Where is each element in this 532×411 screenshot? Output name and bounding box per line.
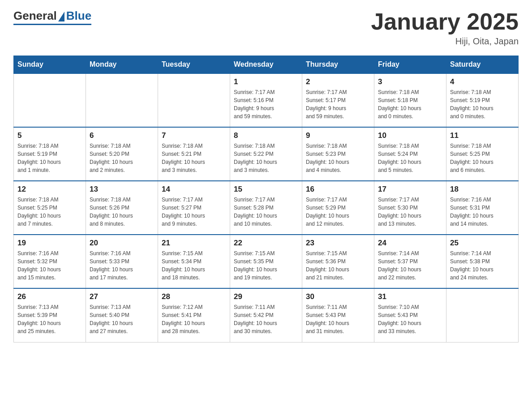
logo: General Blue — [13, 9, 91, 25]
day-number: 25 — [450, 239, 515, 248]
calendar-header-saturday: Saturday — [446, 56, 519, 74]
calendar-cell: 7Sunrise: 7:18 AM Sunset: 5:21 PM Daylig… — [158, 127, 230, 181]
day-number: 29 — [234, 292, 298, 301]
calendar-cell: 8Sunrise: 7:18 AM Sunset: 5:22 PM Daylig… — [230, 127, 302, 181]
day-number: 18 — [450, 185, 515, 194]
day-info: Sunrise: 7:15 AM Sunset: 5:35 PM Dayligh… — [234, 249, 298, 282]
calendar-cell: 13Sunrise: 7:18 AM Sunset: 5:26 PM Dayli… — [86, 181, 158, 235]
calendar-cell: 2Sunrise: 7:17 AM Sunset: 5:17 PM Daylig… — [302, 73, 374, 127]
day-info: Sunrise: 7:18 AM Sunset: 5:24 PM Dayligh… — [378, 142, 442, 174]
day-info: Sunrise: 7:17 AM Sunset: 5:17 PM Dayligh… — [306, 88, 370, 120]
calendar-cell: 28Sunrise: 7:12 AM Sunset: 5:41 PM Dayli… — [158, 288, 230, 342]
day-info: Sunrise: 7:17 AM Sunset: 5:30 PM Dayligh… — [378, 196, 442, 228]
day-number: 21 — [162, 239, 226, 248]
day-number: 28 — [162, 292, 226, 301]
calendar-week-1: 1Sunrise: 7:17 AM Sunset: 5:16 PM Daylig… — [14, 73, 519, 127]
day-info: Sunrise: 7:15 AM Sunset: 5:34 PM Dayligh… — [162, 249, 226, 282]
calendar-cell: 9Sunrise: 7:18 AM Sunset: 5:23 PM Daylig… — [302, 127, 374, 181]
main-title: January 2025 — [371, 9, 519, 34]
day-number: 6 — [90, 131, 154, 140]
day-info: Sunrise: 7:17 AM Sunset: 5:28 PM Dayligh… — [234, 196, 298, 228]
calendar-cell: 26Sunrise: 7:13 AM Sunset: 5:39 PM Dayli… — [14, 288, 86, 342]
day-number: 27 — [90, 292, 154, 301]
calendar-cell: 25Sunrise: 7:14 AM Sunset: 5:38 PM Dayli… — [446, 235, 519, 288]
day-info: Sunrise: 7:17 AM Sunset: 5:16 PM Dayligh… — [234, 88, 298, 120]
day-number: 9 — [306, 131, 370, 140]
calendar-cell: 19Sunrise: 7:16 AM Sunset: 5:32 PM Dayli… — [14, 235, 86, 288]
day-number: 15 — [234, 185, 298, 194]
day-info: Sunrise: 7:18 AM Sunset: 5:21 PM Dayligh… — [162, 142, 226, 174]
day-info: Sunrise: 7:14 AM Sunset: 5:37 PM Dayligh… — [378, 249, 442, 282]
calendar-week-4: 19Sunrise: 7:16 AM Sunset: 5:32 PM Dayli… — [14, 235, 519, 288]
logo-general-text: General — [13, 9, 57, 23]
day-info: Sunrise: 7:16 AM Sunset: 5:31 PM Dayligh… — [450, 196, 515, 228]
calendar-header-sunday: Sunday — [14, 56, 86, 74]
calendar-header-thursday: Thursday — [302, 56, 374, 74]
calendar-header-friday: Friday — [374, 56, 446, 74]
day-info: Sunrise: 7:18 AM Sunset: 5:25 PM Dayligh… — [450, 142, 515, 174]
calendar-cell: 11Sunrise: 7:18 AM Sunset: 5:25 PM Dayli… — [446, 127, 519, 181]
calendar-table: SundayMondayTuesdayWednesdayThursdayFrid… — [13, 56, 519, 342]
day-info: Sunrise: 7:16 AM Sunset: 5:32 PM Dayligh… — [17, 249, 82, 282]
calendar-cell: 6Sunrise: 7:18 AM Sunset: 5:20 PM Daylig… — [86, 127, 158, 181]
day-number: 1 — [234, 77, 298, 86]
day-number: 7 — [162, 131, 226, 140]
day-number: 13 — [90, 185, 154, 194]
title-block: January 2025 Hiji, Oita, Japan — [371, 9, 519, 47]
day-number: 2 — [306, 77, 370, 86]
day-number: 26 — [17, 292, 82, 301]
day-number: 17 — [378, 185, 442, 194]
day-info: Sunrise: 7:18 AM Sunset: 5:23 PM Dayligh… — [306, 142, 370, 174]
day-number: 11 — [450, 131, 515, 140]
day-number: 14 — [162, 185, 226, 194]
day-number: 20 — [90, 239, 154, 248]
day-number: 5 — [17, 131, 82, 140]
day-info: Sunrise: 7:14 AM Sunset: 5:38 PM Dayligh… — [450, 249, 515, 282]
calendar-header-tuesday: Tuesday — [158, 56, 230, 74]
calendar-cell: 30Sunrise: 7:11 AM Sunset: 5:43 PM Dayli… — [302, 288, 374, 342]
calendar-cell: 29Sunrise: 7:11 AM Sunset: 5:42 PM Dayli… — [230, 288, 302, 342]
calendar-cell — [158, 73, 230, 127]
day-info: Sunrise: 7:18 AM Sunset: 5:18 PM Dayligh… — [378, 88, 442, 120]
day-info: Sunrise: 7:13 AM Sunset: 5:40 PM Dayligh… — [90, 303, 154, 335]
calendar-header-monday: Monday — [86, 56, 158, 74]
day-info: Sunrise: 7:18 AM Sunset: 5:22 PM Dayligh… — [234, 142, 298, 174]
day-info: Sunrise: 7:11 AM Sunset: 5:43 PM Dayligh… — [306, 303, 370, 335]
day-info: Sunrise: 7:10 AM Sunset: 5:43 PM Dayligh… — [378, 303, 442, 335]
calendar-cell: 18Sunrise: 7:16 AM Sunset: 5:31 PM Dayli… — [446, 181, 519, 235]
calendar-cell: 15Sunrise: 7:17 AM Sunset: 5:28 PM Dayli… — [230, 181, 302, 235]
day-info: Sunrise: 7:18 AM Sunset: 5:26 PM Dayligh… — [90, 196, 154, 228]
calendar-cell: 16Sunrise: 7:17 AM Sunset: 5:29 PM Dayli… — [302, 181, 374, 235]
day-info: Sunrise: 7:18 AM Sunset: 5:25 PM Dayligh… — [17, 196, 82, 228]
logo-triangle-icon — [58, 12, 64, 21]
day-number: 31 — [378, 292, 442, 301]
calendar-cell — [14, 73, 86, 127]
calendar-header-wednesday: Wednesday — [230, 56, 302, 74]
day-number: 10 — [378, 131, 442, 140]
day-number: 3 — [378, 77, 442, 86]
day-number: 12 — [17, 185, 82, 194]
calendar-cell: 22Sunrise: 7:15 AM Sunset: 5:35 PM Dayli… — [230, 235, 302, 288]
day-number: 23 — [306, 239, 370, 248]
calendar-cell: 3Sunrise: 7:18 AM Sunset: 5:18 PM Daylig… — [374, 73, 446, 127]
calendar-cell — [446, 288, 519, 342]
day-number: 4 — [450, 77, 515, 86]
calendar-cell: 14Sunrise: 7:17 AM Sunset: 5:27 PM Dayli… — [158, 181, 230, 235]
calendar-cell: 20Sunrise: 7:16 AM Sunset: 5:33 PM Dayli… — [86, 235, 158, 288]
calendar-cell: 4Sunrise: 7:18 AM Sunset: 5:19 PM Daylig… — [446, 73, 519, 127]
logo-blue-text: Blue — [66, 9, 91, 23]
calendar-cell: 10Sunrise: 7:18 AM Sunset: 5:24 PM Dayli… — [374, 127, 446, 181]
day-number: 24 — [378, 239, 442, 248]
day-info: Sunrise: 7:13 AM Sunset: 5:39 PM Dayligh… — [17, 303, 82, 335]
day-info: Sunrise: 7:17 AM Sunset: 5:29 PM Dayligh… — [306, 196, 370, 228]
day-info: Sunrise: 7:17 AM Sunset: 5:27 PM Dayligh… — [162, 196, 226, 228]
calendar-week-3: 12Sunrise: 7:18 AM Sunset: 5:25 PM Dayli… — [14, 181, 519, 235]
calendar-cell: 24Sunrise: 7:14 AM Sunset: 5:37 PM Dayli… — [374, 235, 446, 288]
day-number: 22 — [234, 239, 298, 248]
calendar-week-2: 5Sunrise: 7:18 AM Sunset: 5:19 PM Daylig… — [14, 127, 519, 181]
day-number: 30 — [306, 292, 370, 301]
day-info: Sunrise: 7:11 AM Sunset: 5:42 PM Dayligh… — [234, 303, 298, 335]
day-info: Sunrise: 7:18 AM Sunset: 5:20 PM Dayligh… — [90, 142, 154, 174]
day-number: 16 — [306, 185, 370, 194]
day-info: Sunrise: 7:18 AM Sunset: 5:19 PM Dayligh… — [450, 88, 515, 120]
